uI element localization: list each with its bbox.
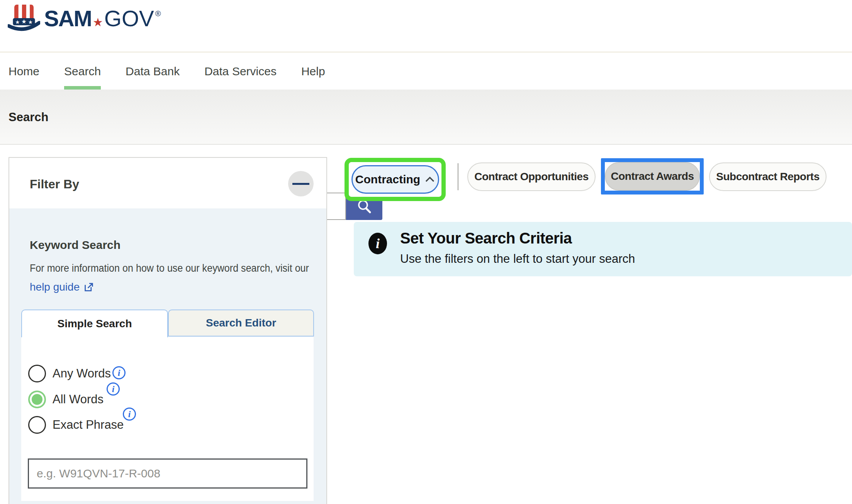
keyword-input[interactable] [28,458,307,489]
help-guide-row: help guide [30,281,94,293]
contract-opportunities-button[interactable]: Contract Opportunities [467,162,596,191]
nav-item-home[interactable]: Home [8,53,39,90]
keyword-tabs: Simple Search Search Editor [9,310,326,337]
logo-sam: SAM [44,5,92,31]
minus-icon [292,183,309,185]
filter-panel: Filter By Keyword Search For more inform… [8,157,327,504]
radio-exact-phrase[interactable]: Exact Phrase [28,416,124,434]
chevron-up-icon [425,176,435,183]
tab-simple-search[interactable]: Simple Search [21,310,168,337]
radio-all-words[interactable]: All Words [28,391,104,408]
logo-wordmark: SAM ★ GOV ® [44,5,161,31]
info-icon-all-words[interactable]: i [107,382,120,396]
logo-star-icon: ★ [93,15,103,29]
info-icon-any-words[interactable]: i [112,366,126,379]
simple-search-content: Any Words i All Words i Exact Phrase i [21,337,314,501]
svg-text:★: ★ [28,19,33,25]
keyword-search-heading: Keyword Search [30,238,121,252]
uncle-sam-hat-icon: ★ ★ ★ [8,2,40,34]
search-band: Search All Words ▼ [0,90,852,145]
site-header: ★ ★ ★ SAM ★ GOV ® [0,0,852,51]
radio-circle-any-words[interactable] [28,365,46,382]
subcontract-reports-button[interactable]: Subcontract Reports [709,162,827,191]
banner-title: Set Your Search Criteria [400,230,572,247]
annotation-blue-box: Contract Awards [601,158,704,194]
samgov-logo[interactable]: ★ ★ ★ SAM ★ GOV ® [8,2,161,34]
keyword-help-text: For more information on how to use our k… [30,262,309,274]
annotation-green-box: Contracting [345,158,446,201]
collapse-filters-button[interactable] [288,171,314,196]
help-guide-link[interactable]: help guide [30,281,80,293]
svg-text:★: ★ [15,19,20,25]
tab-search-editor[interactable]: Search Editor [168,310,314,337]
contracting-label: Contracting [355,173,420,186]
nav-item-search[interactable]: Search [64,53,101,90]
keyword-search-section: Keyword Search For more information on h… [9,208,326,504]
nav-item-help[interactable]: Help [301,53,325,90]
logo-gov: GOV [104,5,154,31]
main-nav: Home Search Data Bank Data Services Help [0,51,852,90]
contracting-button[interactable]: Contracting [351,165,439,194]
info-icon: i [368,233,387,254]
radio-label-all-words: All Words [53,392,104,406]
category-divider [457,163,459,190]
info-icon-exact-phrase[interactable]: i [123,408,136,421]
radio-any-words[interactable]: Any Words [28,365,111,382]
radio-label-any-words: Any Words [53,367,111,381]
banner-subtitle: Use the filters on the left to start you… [400,252,635,266]
nav-item-data-services[interactable]: Data Services [204,53,277,90]
search-band-label: Search [8,90,48,145]
contract-awards-button[interactable]: Contract Awards [605,162,700,191]
filter-panel-title: Filter By [30,177,79,191]
radio-circle-all-words[interactable] [28,391,46,408]
radio-label-exact-phrase: Exact Phrase [53,418,124,432]
external-link-icon [83,282,94,293]
nav-item-data-bank[interactable]: Data Bank [126,53,180,90]
radio-circle-exact-phrase[interactable] [28,416,46,434]
registered-mark: ® [155,9,161,18]
svg-text:★: ★ [21,18,27,25]
search-criteria-banner: i Set Your Search Criteria Use the filte… [354,222,852,276]
